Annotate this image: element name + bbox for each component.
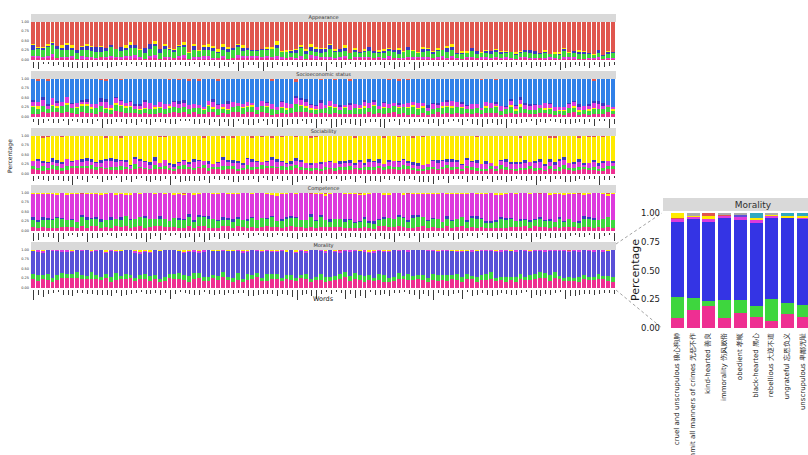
stacked-bar [363, 136, 367, 175]
bar-segment-pink [411, 59, 415, 60]
bar-segment-pink [168, 59, 172, 60]
bar-segment-blue2 [734, 220, 747, 301]
bar-segment-blue [367, 79, 371, 104]
bar-segment-magenta [567, 194, 571, 219]
bar-segment-pink [55, 58, 59, 60]
zoom-x-tick-label: cruel and unscrupulous 狼心狗肺 [673, 333, 682, 445]
bar-segment-blue [129, 79, 133, 102]
stacked-bar [338, 22, 342, 61]
x-tick-label-smudge [399, 176, 400, 181]
stacked-bar [470, 79, 474, 118]
stacked-bar [250, 193, 254, 232]
stacked-bar [216, 79, 220, 118]
bar-segment-pink [509, 59, 513, 60]
stacked-bar [402, 250, 406, 289]
x-tick-label-smudge [350, 233, 351, 237]
x-tick-label-smudge [189, 290, 190, 294]
bar-segment-pink [455, 169, 459, 174]
stacked-bar [133, 250, 137, 289]
stacked-bar [504, 79, 508, 118]
x-tick-label-smudge [58, 290, 59, 292]
x-tick-label-smudge [458, 176, 459, 179]
y-tick-label: 0.50 [16, 39, 29, 43]
x-tick-label-smudge [414, 62, 415, 70]
bar-segment-blue [397, 81, 401, 103]
x-tick-label-smudge [92, 290, 93, 294]
bar-segment-green [431, 219, 435, 226]
bar-segment-magenta [562, 195, 566, 222]
bar-segment-red [592, 22, 596, 54]
x-tick-label-smudge [492, 290, 493, 296]
x-tick-label-smudge [428, 290, 429, 296]
x-tick-label-smudge [287, 62, 288, 66]
bar-segment-pink [241, 170, 245, 174]
bar-segment-green [597, 220, 601, 228]
x-tick-label-smudge [433, 290, 434, 300]
bar-segment-pink [46, 113, 50, 117]
x-tick-label-smudge [224, 290, 225, 295]
y-tick-label: 0.25 [16, 162, 29, 166]
x-tick-label-smudge [136, 290, 137, 293]
stacked-bar [328, 22, 332, 61]
stacked-bar [597, 193, 601, 232]
bar-segment-pink [55, 280, 59, 288]
x-tick-label-smudge [423, 290, 424, 294]
x-tick-label-smudge [141, 62, 142, 65]
stacked-bar [182, 136, 186, 175]
bar-segment-pink [577, 282, 581, 288]
stacked-bar [387, 250, 391, 289]
x-tick-label-smudge [579, 290, 580, 295]
stacked-bar [562, 250, 566, 289]
bar-segment-pink [51, 57, 55, 60]
x-tick-label-smudge [185, 62, 186, 66]
x-tick-label-smudge [331, 62, 332, 64]
bar-segment-pink [671, 318, 684, 328]
bar-segment-violet [124, 250, 128, 274]
bar-segment-blue [299, 79, 303, 98]
bar-segment-pink [348, 114, 352, 117]
x-tick-label-smudge [350, 119, 351, 124]
x-tick-label-smudge [248, 176, 249, 180]
bar-segment-green [65, 105, 69, 112]
x-tick-label-smudge [121, 176, 122, 182]
bar-segment-yellow [372, 136, 376, 162]
stacked-bar [480, 193, 484, 232]
x-tick-label-smudge [233, 176, 234, 182]
bar-segment-violet [426, 251, 430, 279]
stacked-bar [319, 250, 323, 289]
bar-segment-pink [445, 281, 449, 288]
bar-segment-pink [558, 59, 562, 60]
bar-segment-red [324, 22, 328, 48]
bar-segment-pink [314, 228, 318, 231]
stacked-bar [85, 22, 89, 61]
bar-segment-magenta [94, 194, 98, 217]
bar-segment-blue [241, 79, 245, 104]
bar-segment-yellow [158, 137, 162, 163]
x-tick-label-smudge [243, 290, 244, 293]
x-tick-label-smudge [72, 176, 73, 185]
stacked-bar [31, 250, 35, 289]
stacked-bar [431, 136, 435, 175]
bar-segment-blue [70, 79, 74, 103]
bar-segment-pink [60, 278, 64, 288]
bar-segment-pink [309, 113, 313, 117]
bar-segment-pink [392, 227, 396, 231]
x-tick-label-smudge [341, 62, 342, 68]
stacked-bar [265, 250, 269, 289]
bar-segment-green [148, 49, 152, 56]
x-tick-label-smudge [433, 62, 434, 66]
x-tick-label-smudge [311, 233, 312, 237]
bar-segment-pink [289, 113, 293, 117]
x-tick-label-smudge [423, 233, 424, 238]
stacked-bar [450, 79, 454, 118]
stacked-bar [138, 136, 142, 175]
stacked-bar [280, 136, 284, 175]
bar-segment-pink [246, 112, 250, 117]
x-tick-label-smudge [560, 233, 561, 237]
stacked-bar [611, 22, 615, 61]
stacked-bar [450, 22, 454, 61]
stacked-bar [333, 193, 337, 232]
bar-segment-pink [353, 279, 357, 288]
bar-segment-pink [480, 280, 484, 288]
stacked-bar [465, 193, 469, 232]
